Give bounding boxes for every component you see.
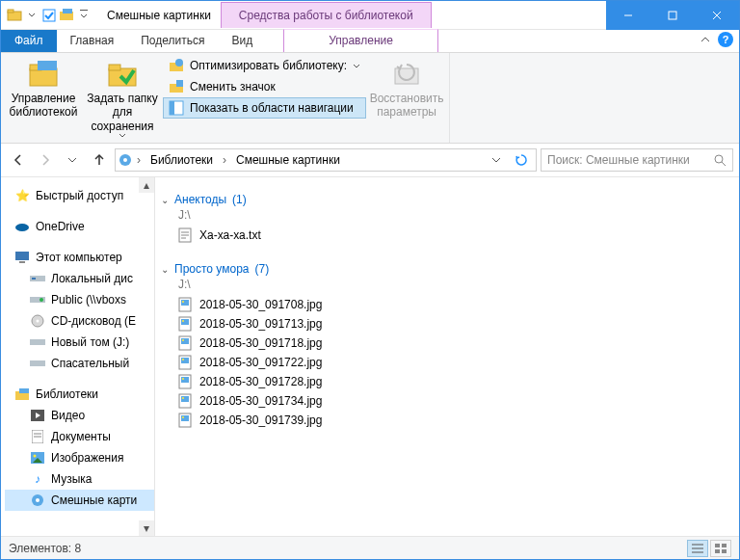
ribbon-collapse-icon[interactable] [700,35,710,44]
svg-point-70 [182,397,184,399]
collapse-icon[interactable]: ⌄ [161,195,169,205]
manage-library-button[interactable]: Управление библиотекой [5,55,82,123]
svg-rect-1 [8,10,13,13]
navigation-pane[interactable]: ▴ ⭐Быстрый доступ OneDrive Этот компьюте… [1,177,155,536]
file-name: 2018-05-30_091708.jpg [199,298,322,311]
thumbnails-view-button[interactable] [710,540,731,557]
file-item[interactable]: 2018-05-30_091728.jpg [161,372,729,391]
image-file-icon [178,355,194,370]
content-pane[interactable]: ⌄ Анектоды (1) J:\ Ха-ха-ха.txt ⌄ Просто… [155,177,739,536]
image-file-icon [178,335,194,351]
tree-rescue[interactable]: Спасательный [5,353,154,374]
collapse-icon[interactable]: ⌄ [161,264,169,275]
group-header[interactable]: ⌄ Просто умора (7) [161,262,729,276]
document-icon [30,429,45,444]
file-name: 2018-05-30_091734.jpg [199,394,322,408]
address-bar[interactable]: › Библиотеки › Смешные картинки [115,148,537,172]
svg-rect-28 [19,261,25,263]
tab-view[interactable]: Вид [218,30,266,52]
file-name: 2018-05-30_091728.jpg [199,375,322,388]
file-item[interactable]: 2018-05-30_091734.jpg [161,391,729,411]
properties-icon[interactable] [41,8,57,23]
address-dropdown-icon[interactable] [486,155,507,165]
tree-this-pc[interactable]: Этот компьютер [5,247,154,268]
help-icon[interactable]: ? [718,32,733,47]
show-in-nav-button[interactable]: Показать в области навигации [163,97,366,119]
svg-rect-72 [181,415,189,421]
file-item[interactable]: 2018-05-30_091739.jpg [161,411,729,430]
tree-onedrive[interactable]: OneDrive [5,216,154,237]
tree-local-disk[interactable]: Локальный дис [5,268,154,289]
set-save-folder-button[interactable]: Задать папку для сохранения [84,55,161,142]
tree-quick-access[interactable]: ⭐Быстрый доступ [5,185,154,206]
optimize-icon [169,58,184,73]
image-file-icon [178,297,194,312]
group-count: (1) [232,193,247,206]
group-path: J:\ [178,208,729,222]
tab-manage[interactable]: Управление [283,29,438,52]
svg-point-48 [36,498,40,502]
svg-point-34 [37,320,40,323]
tree-video[interactable]: Видео [5,405,154,426]
tree-new-volume[interactable]: Новый том (J:) [5,332,154,353]
view-toggle [687,540,731,557]
details-view-button[interactable] [687,540,708,557]
svg-rect-4 [63,9,72,13]
svg-rect-79 [715,549,720,553]
star-icon: ⭐ [14,188,30,203]
breadcrumb-libraries[interactable]: Библиотеки [145,151,219,169]
forward-button[interactable] [34,148,57,172]
tab-file[interactable]: Файл [1,30,57,52]
svg-rect-18 [176,80,183,87]
window-title: Смешные картинки [97,9,221,22]
ribbon-tabs: Файл Главная Поделиться Вид Управление ? [1,30,739,53]
file-item[interactable]: 2018-05-30_091718.jpg [161,333,729,353]
contextual-tab-header: Средства работы с библиотекой [221,2,432,28]
back-button[interactable] [7,148,30,172]
qat-dropdown-icon[interactable] [24,8,40,23]
tree-current-library[interactable]: Смешные карти [5,490,154,511]
tree-pictures[interactable]: Изображения [5,447,154,468]
tree-libraries[interactable]: Библиотеки [5,384,154,405]
group-header[interactable]: ⌄ Анектоды (1) [161,193,729,206]
close-button[interactable] [695,1,739,30]
nav-scroll-down[interactable]: ▾ [139,520,154,536]
library-icon[interactable] [59,8,74,23]
svg-rect-2 [43,10,55,21]
file-name: Ха-ха-ха.txt [199,228,261,242]
restore-settings-button[interactable]: Восстановить параметры [368,55,445,123]
nav-scroll-up[interactable]: ▴ [139,177,154,193]
minimize-button[interactable] [606,1,650,30]
tree-music[interactable]: ♪Музыка [5,468,154,490]
tree-documents[interactable]: Документы [5,426,154,447]
tab-home[interactable]: Главная [57,30,128,52]
pc-icon [14,250,30,265]
libraries-icon [14,387,30,402]
breadcrumb-current[interactable]: Смешные картинки [230,151,346,169]
svg-point-45 [34,455,37,458]
file-item[interactable]: 2018-05-30_091713.jpg [161,314,729,333]
svg-point-16 [175,59,183,67]
optimize-library-button[interactable]: Оптимизировать библиотеку: [163,55,366,76]
restore-icon [391,59,422,90]
change-icon-icon [169,79,184,94]
tab-share[interactable]: Поделиться [127,30,218,52]
change-icon-button[interactable]: Сменить значок [163,76,366,97]
file-item[interactable]: Ха-ха-ха.txt [161,226,729,245]
svg-point-24 [715,155,723,163]
up-button[interactable] [88,148,111,172]
video-icon [30,408,45,423]
file-item[interactable]: 2018-05-30_091722.jpg [161,353,729,372]
tree-cd-drive[interactable]: CD-дисковод (E [5,310,154,332]
file-item[interactable]: 2018-05-30_091708.jpg [161,295,729,314]
image-file-icon [178,413,194,428]
search-input[interactable]: Поиск: Смешные картинки [541,148,733,172]
chevron-right-icon[interactable]: › [221,153,228,167]
qat-overflow-icon[interactable] [76,8,92,23]
svg-rect-38 [19,388,29,393]
recent-locations-button[interactable] [61,148,84,172]
tree-public[interactable]: Public (\\vboxs [5,289,154,310]
refresh-button[interactable] [509,153,534,167]
maximize-button[interactable] [650,1,695,30]
chevron-right-icon[interactable]: › [135,153,143,167]
